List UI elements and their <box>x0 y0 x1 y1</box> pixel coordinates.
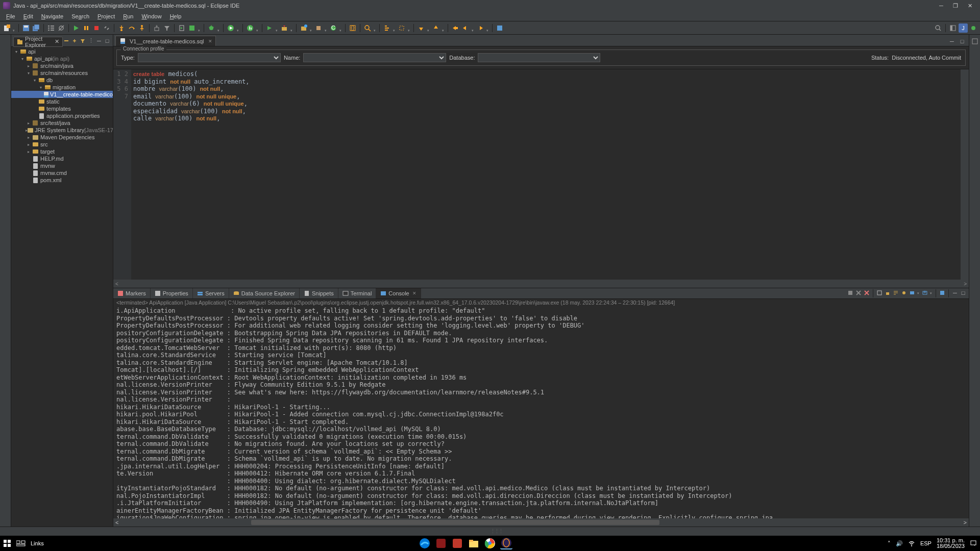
vertical-scrollbar[interactable] <box>961 69 969 280</box>
app-taskbar-icon-2[interactable] <box>451 537 463 549</box>
tree-item[interactable]: templates <box>11 105 113 112</box>
database-select[interactable] <box>478 53 600 62</box>
tree-item[interactable]: mvnw.cmd <box>11 169 113 177</box>
minimize-view-button[interactable]: ─ <box>95 37 103 44</box>
scrollbar-thumb[interactable] <box>251 520 659 525</box>
open-perspective-button[interactable] <box>948 23 958 33</box>
project-tree[interactable]: ▾api ▾api_api (in api) ▸src/main/java ▾s… <box>11 47 113 185</box>
type-select[interactable] <box>138 53 281 62</box>
relaunch-button[interactable] <box>177 23 186 33</box>
use-step-filters-button[interactable] <box>162 23 172 33</box>
toggle-block-selection-button[interactable] <box>397 23 406 33</box>
menu-navigate[interactable]: Navigate <box>37 12 67 20</box>
view-menu-button[interactable]: ⋮ <box>87 37 94 44</box>
tree-item[interactable]: ▸src/main/java <box>11 62 113 69</box>
tray-chevron-icon[interactable]: ˄ <box>888 540 891 547</box>
code-content[interactable]: create table medicos( id bigint not null… <box>131 69 961 280</box>
scroll-left-icon[interactable]: < <box>115 281 118 287</box>
clock[interactable]: 10:31 p. m. 18/05/2023 <box>937 538 965 549</box>
code-editor[interactable]: 1 2 3 4 5 6 7 create table medicos( id b… <box>113 69 969 280</box>
menu-file[interactable]: File <box>2 12 19 20</box>
scroll-left-icon[interactable]: < <box>115 519 118 525</box>
boot-dashboard-button[interactable] <box>187 23 197 33</box>
coverage-button[interactable] <box>246 23 255 33</box>
dropdown-icon[interactable] <box>310 27 313 30</box>
dropdown-icon[interactable] <box>408 27 411 30</box>
previous-annotation-button[interactable] <box>431 23 440 33</box>
tree-item[interactable]: mvnw <box>11 162 113 169</box>
debug-button[interactable] <box>207 23 216 33</box>
menu-project[interactable]: Project <box>93 12 119 20</box>
dropdown-icon[interactable] <box>198 27 201 30</box>
start-button[interactable] <box>3 539 11 547</box>
quick-access-button[interactable] <box>934 23 943 33</box>
last-edit-location-button[interactable] <box>451 23 460 33</box>
disconnect-button[interactable] <box>102 23 111 33</box>
name-select[interactable] <box>303 53 446 62</box>
link-with-editor-button[interactable] <box>71 37 78 44</box>
java-perspective-button[interactable]: J <box>959 23 968 33</box>
collapse-all-button[interactable] <box>63 37 70 44</box>
properties-tab[interactable]: Properties <box>151 288 193 298</box>
edge-taskbar-icon[interactable] <box>419 537 431 549</box>
tree-item[interactable]: V1__create-table-medicos.sql <box>11 91 113 98</box>
dropdown-icon[interactable] <box>256 27 259 30</box>
remove-launch-button[interactable] <box>855 289 862 296</box>
pin-editor-button[interactable] <box>495 23 504 33</box>
tree-item[interactable]: ▸JRE System Library [JavaSE-17] <box>11 127 113 134</box>
tree-item[interactable]: static <box>11 98 113 105</box>
external-tools-button[interactable] <box>280 23 289 33</box>
display-console-button[interactable] <box>909 289 916 296</box>
eclipse-taskbar-icon[interactable] <box>500 537 512 549</box>
dropdown-icon[interactable] <box>339 27 342 30</box>
debug-perspective-button[interactable] <box>969 23 978 33</box>
toggle-breadcrumb-button[interactable] <box>46 23 56 33</box>
console-output[interactable]: i.ApiApplication : No active profile set… <box>113 306 969 518</box>
outline-view-icon[interactable] <box>970 37 979 46</box>
terminal-tab[interactable]: Terminal <box>338 288 377 298</box>
tree-item[interactable]: ▸target <box>11 148 113 155</box>
new-package-button[interactable] <box>314 23 323 33</box>
dropdown-icon[interactable] <box>237 27 240 30</box>
tree-item[interactable]: ▾src/main/resources <box>11 69 113 77</box>
minimize-console-button[interactable]: ─ <box>951 289 959 296</box>
tree-item[interactable]: pom.xml <box>11 177 113 184</box>
close-icon[interactable]: ✕ <box>208 39 212 44</box>
forward-button[interactable] <box>476 23 485 33</box>
maximize-editor-button[interactable]: □ <box>958 37 967 46</box>
maximize-button[interactable]: ❐ <box>948 0 963 11</box>
tree-item[interactable]: ▾db <box>11 77 113 84</box>
menu-run[interactable]: Run <box>119 12 137 20</box>
minimize-editor-button[interactable]: ─ <box>947 37 957 46</box>
chrome-taskbar-icon[interactable] <box>484 537 496 549</box>
next-annotation-button[interactable] <box>416 23 426 33</box>
console-tab[interactable]: Console✕ <box>376 288 421 298</box>
tree-item[interactable]: ▾migration <box>11 84 113 91</box>
data-source-explorer-tab[interactable]: Data Source Explorer <box>229 288 300 298</box>
terminate-button[interactable] <box>92 23 101 33</box>
menu-window[interactable]: Window <box>137 12 165 20</box>
dropdown-icon[interactable] <box>217 27 220 30</box>
scroll-lock-button[interactable] <box>884 289 891 296</box>
markers-tab[interactable]: Markers <box>113 288 151 298</box>
terminate-console-button[interactable] <box>847 289 854 296</box>
step-return-button[interactable] <box>137 23 146 33</box>
project-explorer-tab[interactable]: Project Explorer ✕ <box>13 37 63 47</box>
step-into-button[interactable] <box>117 23 126 33</box>
task-view-button[interactable] <box>16 540 26 547</box>
resume-button[interactable] <box>71 23 81 33</box>
tree-item[interactable]: application.properties <box>11 112 113 119</box>
dropdown-icon[interactable] <box>427 27 430 30</box>
remove-all-button[interactable] <box>863 289 870 296</box>
servers-tab[interactable]: Servers <box>193 288 229 298</box>
editor-tab[interactable]: V1__create-table-medicos.sql ✕ <box>115 36 216 46</box>
open-type-button[interactable]: {} <box>348 23 357 33</box>
back-button[interactable] <box>461 23 470 33</box>
dropdown-icon[interactable] <box>930 289 933 292</box>
search-button[interactable] <box>363 23 372 33</box>
app-taskbar-icon-1[interactable] <box>435 537 447 549</box>
word-wrap-button[interactable] <box>892 289 899 296</box>
skip-breakpoints-button[interactable] <box>57 23 66 33</box>
drag-handle-icon[interactable]: ⋮⋮⋮ <box>490 528 502 535</box>
dropdown-icon[interactable] <box>486 27 489 30</box>
